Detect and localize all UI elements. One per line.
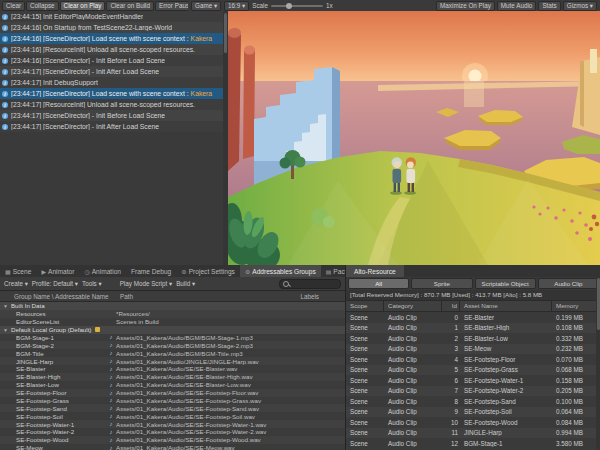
cell-category: Audio Clip: [384, 356, 442, 363]
collapse-button[interactable]: Collapse: [26, 1, 59, 11]
asset-row[interactable]: SE-Footstep-Water-1♪Assets/01_Kakera/Aud…: [0, 420, 345, 428]
console-log-row[interactable]: i[23:44:16] [SceneDirector] - Init Befor…: [0, 55, 228, 66]
console-log-row[interactable]: i[23:44:15] Init EditorPlayModeEventHand…: [0, 11, 228, 22]
asset-row[interactable]: JINGLE-Harp♪Assets/01_Kakera/Audio/JINGL…: [0, 357, 345, 365]
asset-row[interactable]: SE-Meow♪Assets/01_Kakera/Audio/SE/SE-Meo…: [0, 444, 345, 450]
tab-scene[interactable]: ▦Scene: [0, 265, 36, 277]
asset-row[interactable]: BGM-Title♪Assets/01_Kakera/Audio/BGM/BGM…: [0, 349, 345, 357]
cell-id: 6: [442, 377, 460, 384]
asset-row[interactable]: SE-Footstep-Wood♪Assets/01_Kakera/Audio/…: [0, 436, 345, 444]
resource-row[interactable]: SceneAudio Clip3SE-Meow0.232 MB: [346, 344, 600, 355]
info-icon: i: [2, 124, 8, 130]
search-input[interactable]: [279, 279, 341, 289]
foldout-icon[interactable]: ▼: [3, 327, 8, 333]
asset-name: BGM-Title: [16, 350, 106, 357]
tab-alto-resource[interactable]: Alto-Resource: [345, 265, 404, 277]
asset-row[interactable]: SE-Footstep-Grass♪Assets/01_Kakera/Audio…: [0, 397, 345, 405]
foldout-icon[interactable]: ▼: [3, 303, 8, 309]
asset-name: SE-Meow: [16, 444, 106, 450]
resource-row[interactable]: SceneAudio Clip5SE-Footstep-Grass0.068 M…: [346, 365, 600, 376]
scale-slider-knob[interactable]: [286, 3, 292, 9]
display-dropdown[interactable]: Game ▾: [191, 1, 221, 11]
filter-all-button[interactable]: All: [348, 278, 409, 289]
asset-row[interactable]: SE-Footstep-Floor♪Assets/01_Kakera/Audio…: [0, 389, 345, 397]
column-header-path[interactable]: Path: [120, 293, 300, 300]
maximize-on-play-button[interactable]: Maximize On Play: [436, 1, 495, 11]
resource-row[interactable]: SceneAudio Clip1SE-Blaster-High0.108 MB: [346, 323, 600, 334]
console-log-row[interactable]: i[23:44:17] Init DebugSupport: [0, 77, 228, 88]
tab-frame-debug[interactable]: Frame Debug: [126, 265, 176, 277]
console-log-row[interactable]: i[23:44:17] [SceneDirector] - Init After…: [0, 66, 228, 77]
audio-clip-icon: ♪: [106, 429, 116, 435]
asset-row[interactable]: SE-Blaster-High♪Assets/01_Kakera/Audio/S…: [0, 373, 345, 381]
console-log-row[interactable]: i[23:44:17] [ResourceInit] Unload all sc…: [0, 99, 228, 110]
cell-memory: 0.064 MB: [552, 408, 600, 415]
log-text: [23:44:17] [SceneDirector] - Init After …: [11, 123, 159, 130]
clear-button[interactable]: Clear: [2, 1, 25, 11]
resource-row[interactable]: SceneAudio Clip4SE-Footstep-Floor0.070 M…: [346, 354, 600, 365]
resource-row[interactable]: SceneAudio Clip12BGM-Stage-13.580 MB: [346, 438, 600, 449]
cell-memory: 3.580 MB: [552, 440, 600, 447]
log-accent: Kakera: [191, 35, 213, 42]
filter-scriptable-object-button[interactable]: Scriptable Object: [475, 278, 536, 289]
console-log-row[interactable]: i[23:44:17] [SceneDirector] Load scene w…: [0, 88, 228, 99]
asset-row[interactable]: SE-Blaster-Low♪Assets/01_Kakera/Audio/SE…: [0, 381, 345, 389]
console-log-row[interactable]: i[23:44:16] On Startup from TestScene22-…: [0, 22, 228, 33]
resource-row[interactable]: SceneAudio Clip11JINGLE-Harp0.994 MB: [346, 428, 600, 439]
gizmos-button[interactable]: Gizmos ▾: [563, 1, 597, 11]
asset-row[interactable]: SE-Footstep-Sand♪Assets/01_Kakera/Audio/…: [0, 404, 345, 412]
group-row[interactable]: ▼Default Local Group (Default): [0, 326, 345, 334]
asset-name: SE-Footstep-Sand: [16, 405, 106, 412]
asset-row[interactable]: BGM-Stage-2♪Assets/01_Kakera/Audio/BGM/B…: [0, 341, 345, 349]
filter-audio-clip-button[interactable]: Audio Clip: [538, 278, 599, 289]
asset-row[interactable]: SE-Blaster♪Assets/01_Kakera/Audio/SE/SE-…: [0, 365, 345, 373]
log-text: [23:44:17] [ResourceInit] Unload all sce…: [11, 101, 195, 108]
group-row[interactable]: ▼Built In Data: [0, 302, 345, 310]
console-log-row[interactable]: i[23:44:16] [SceneDirector] Load scene w…: [0, 33, 228, 44]
resource-row[interactable]: SceneAudio Clip8SE-Footstep-Sand0.100 MB: [346, 396, 600, 407]
tab-animation[interactable]: ◷Animation: [79, 265, 126, 277]
cell-id: 10: [442, 419, 460, 426]
game-view[interactable]: [228, 11, 600, 265]
resource-row[interactable]: SceneAudio Clip2SE-Blaster-Low0.332 MB: [346, 333, 600, 344]
stats-button[interactable]: Stats: [538, 1, 560, 11]
mute-audio-button[interactable]: Mute Audio: [497, 1, 537, 11]
resource-row[interactable]: SceneAudio Clip6SE-Footstep-Water-10.158…: [346, 375, 600, 386]
resource-row[interactable]: SceneAudio Clip10SE-Footstep-Wood0.084 M…: [346, 417, 600, 428]
build-dropdown[interactable]: Build ▾: [176, 280, 195, 287]
error-pause-button[interactable]: Error Pause: [155, 1, 188, 11]
asset-row[interactable]: SE-Footstep-Soil♪Assets/01_Kakera/Audio/…: [0, 412, 345, 420]
asset-row[interactable]: EditorSceneListScenes in Build: [0, 318, 345, 326]
console-scrollbar-thumb[interactable]: [224, 13, 227, 53]
resource-row[interactable]: SceneAudio Clip9SE-Footstep-Soil0.064 MB: [346, 407, 600, 418]
column-header-category: Category: [384, 301, 442, 311]
column-header-group-name[interactable]: Group Name \ Addressable Name: [14, 293, 110, 300]
tab-animator[interactable]: ▶Animator: [36, 265, 79, 277]
scale-slider[interactable]: [271, 5, 323, 7]
tab-project-settings[interactable]: ⚙Project Settings: [176, 265, 240, 277]
alto-scrollbar[interactable]: [596, 277, 600, 450]
info-icon: i: [2, 102, 8, 108]
resource-row[interactable]: SceneAudio Clip0SE-Blaster0.199 MB: [346, 312, 600, 323]
clear-on-play-button[interactable]: Clear on Play: [60, 1, 106, 11]
log-accent: Kakera: [191, 90, 213, 97]
aspect-ratio-dropdown[interactable]: 16:9 ▾: [224, 1, 249, 11]
play-mode-script-dropdown[interactable]: Play Mode Script ▾: [120, 280, 173, 287]
console-log-row[interactable]: i[23:44:17] [SceneDirector] - Init Befor…: [0, 110, 228, 121]
log-text: [23:44:17] [SceneDirector] Load scene wi…: [11, 90, 189, 97]
column-header-labels[interactable]: Labels: [300, 293, 319, 300]
resource-row[interactable]: SceneAudio Clip7SE-Footstep-Water-20.205…: [346, 386, 600, 397]
asset-row[interactable]: SE-Footstep-Water-2♪Assets/01_Kakera/Aud…: [0, 428, 345, 436]
tools-dropdown[interactable]: Tools ▾: [82, 280, 102, 287]
console-log-row[interactable]: i[23:44:16] [ResourceInit] Unload all sc…: [0, 44, 228, 55]
clear-on-build-button[interactable]: Clear on Build: [106, 1, 154, 11]
console-log-row[interactable]: i[23:44:17] [SceneDirector] - Init After…: [0, 121, 228, 132]
tab-addressables-groups[interactable]: ⚙Addressables Groups: [240, 265, 321, 277]
cell-category: Audio Clip: [384, 335, 442, 342]
create-dropdown[interactable]: Create ▾: [4, 280, 28, 287]
column-header-asset-name: Asset Name: [460, 301, 552, 311]
filter-sprite-button[interactable]: Sprite: [411, 278, 472, 289]
profile-dropdown[interactable]: Profile: Default ▾: [32, 280, 78, 287]
asset-row[interactable]: Resources*Resources/: [0, 310, 345, 318]
asset-row[interactable]: BGM-Stage-1♪Assets/01_Kakera/Audio/BGM/B…: [0, 334, 345, 342]
